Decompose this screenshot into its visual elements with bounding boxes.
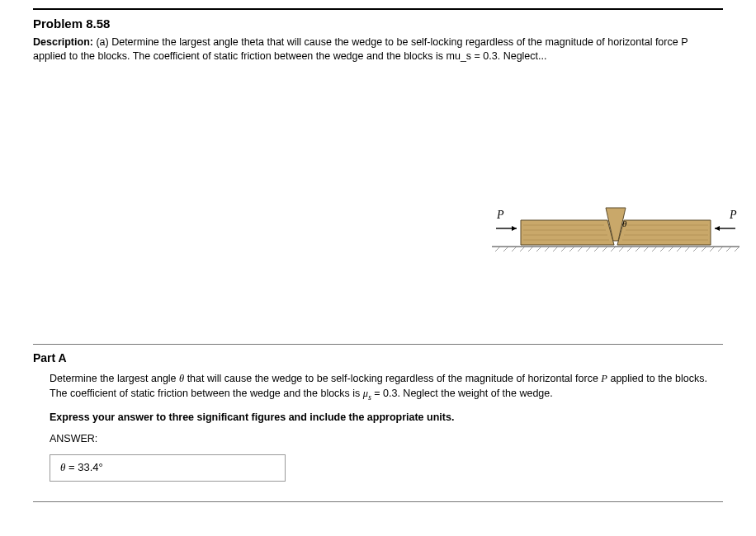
problem-description: Description: (a) Determine the largest a…	[33, 35, 723, 63]
svg-line-31	[735, 247, 739, 252]
mu-value: = 0.3	[371, 388, 398, 399]
svg-line-6	[528, 247, 533, 252]
svg-line-3	[503, 247, 508, 252]
svg-line-14	[594, 247, 599, 252]
svg-line-4	[512, 247, 517, 252]
part-a-title: Part A	[33, 351, 723, 364]
svg-line-29	[718, 247, 723, 252]
svg-line-17	[619, 247, 624, 252]
svg-line-26	[693, 247, 698, 252]
svg-line-20	[644, 247, 649, 252]
p-symbol: P	[601, 373, 607, 384]
part-rule-top	[33, 344, 723, 345]
svg-line-22	[660, 247, 665, 252]
part-a-text: Determine the largest angle θ that will …	[50, 371, 723, 403]
svg-line-21	[652, 247, 657, 252]
svg-line-18	[627, 247, 632, 252]
part-rule-bottom	[33, 501, 723, 502]
answer-box[interactable]: θ = 33.4°	[50, 454, 286, 482]
svg-line-8	[545, 247, 550, 252]
wedge-figure: θ P P	[492, 195, 739, 253]
svg-line-23	[669, 247, 673, 252]
right-force-text: P	[729, 209, 737, 221]
svg-line-19	[636, 247, 640, 252]
svg-line-9	[553, 247, 558, 252]
description-label: Description:	[33, 36, 93, 48]
figure-area: θ P P	[33, 72, 723, 344]
part-a-body: Determine the largest angle θ that will …	[50, 371, 723, 482]
svg-line-7	[536, 247, 541, 252]
text-seg-1: Determine the largest angle	[50, 373, 179, 384]
svg-line-16	[611, 247, 616, 252]
text-seg-4: . Neglect the weight of the wedge.	[397, 388, 552, 399]
answer-eq: =	[65, 461, 78, 473]
svg-line-24	[677, 247, 682, 252]
angle-label-text: θ	[622, 219, 627, 228]
express-instruction: Express your answer to three significant…	[50, 410, 723, 425]
svg-line-25	[685, 247, 690, 252]
svg-marker-43	[715, 226, 720, 231]
svg-line-5	[520, 247, 525, 252]
svg-line-27	[702, 247, 706, 252]
svg-line-15	[602, 247, 607, 252]
answer-label: ANSWER:	[50, 431, 723, 446]
svg-line-28	[710, 247, 715, 252]
svg-line-12	[578, 247, 583, 252]
svg-line-2	[495, 247, 500, 252]
svg-line-10	[561, 247, 566, 252]
problem-title: Problem 8.58	[33, 16, 723, 31]
svg-line-11	[569, 247, 574, 252]
svg-line-30	[726, 247, 731, 252]
svg-line-13	[586, 247, 591, 252]
svg-marker-41	[512, 226, 517, 231]
text-seg-2: that will cause the wedge to be self-loc…	[184, 373, 601, 384]
answer-value: 33.4°	[78, 461, 103, 473]
top-rule	[33, 8, 723, 10]
left-force-text: P	[496, 209, 504, 221]
description-text: (a) Determine the largest angle theta th…	[33, 36, 687, 62]
